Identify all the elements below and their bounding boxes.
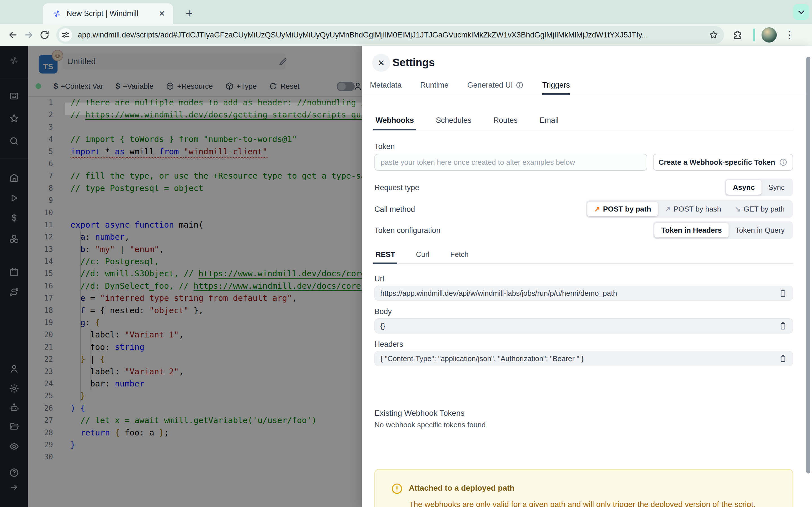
home-icon[interactable]	[9, 172, 19, 183]
assistant-person-icon[interactable]	[353, 81, 362, 91]
app-area: TS ☺ Untitled $ +Context Var $ +Variable	[0, 46, 812, 507]
expand-arrow-icon[interactable]	[9, 482, 19, 493]
browser-tab-strip: New Script | Windmill ✕ +	[0, 0, 812, 24]
option-sync[interactable]: Sync	[762, 180, 792, 194]
url-text[interactable]: app.windmill.dev/scripts/add#JTdCJTIyaGF…	[78, 31, 705, 40]
editor-header: TS ☺ Untitled	[28, 46, 362, 76]
tab-runtime[interactable]: Runtime	[420, 76, 449, 94]
user-icon[interactable]	[9, 363, 19, 374]
script-title-input[interactable]: Untitled	[63, 53, 285, 69]
code-lines: 1// there are multiple modes to add as h…	[28, 97, 362, 463]
token-placeholder: paste your token here once created to al…	[380, 158, 575, 167]
indent-guide	[91, 329, 91, 390]
add-resource-button[interactable]: +Resource	[166, 82, 213, 91]
settings-gear-icon[interactable]	[9, 383, 19, 394]
reset-button[interactable]: Reset	[269, 82, 299, 91]
create-webhook-token-button[interactable]: Create a Webhook-specific Token	[653, 154, 793, 171]
tab-close-icon[interactable]: ✕	[157, 9, 167, 18]
url-bar[interactable]: app.windmill.dev/scripts/add#JTdCJTIyaGF…	[56, 26, 724, 44]
indent-guide	[80, 231, 81, 402]
copy-clipboard-icon[interactable]	[779, 354, 787, 363]
chevron-down-icon	[797, 7, 806, 17]
settings-drawer: ✕ Settings Metadata Runtime Generated UI…	[362, 46, 812, 507]
tab-triggers[interactable]: Triggers	[542, 76, 570, 94]
snippet-tabs: REST Curl Fetch	[374, 247, 793, 264]
routes-flow-icon[interactable]	[9, 287, 19, 297]
browser-tab[interactable]: New Script | Windmill ✕	[43, 3, 173, 24]
request-type-toggle: Async Sync	[725, 179, 793, 196]
add-type-button[interactable]: +Type	[225, 82, 257, 91]
help-question-icon[interactable]	[9, 467, 19, 478]
option-async[interactable]: Async	[726, 180, 762, 194]
option-token-in-query[interactable]: Token in Query	[728, 223, 792, 237]
tab-email[interactable]: Email	[539, 116, 560, 130]
app-switcher-icon[interactable]	[9, 91, 19, 101]
tab-webhooks[interactable]: Webhooks	[374, 116, 415, 130]
sidebar-divider	[0, 159, 28, 159]
favorites-star-icon[interactable]	[9, 113, 19, 124]
copy-clipboard-icon[interactable]	[779, 322, 787, 330]
warning-title: Attached to a deployed path	[409, 484, 515, 493]
tab-schedules[interactable]: Schedules	[435, 116, 472, 130]
reload-icon[interactable]	[37, 27, 52, 43]
profile-avatar[interactable]	[762, 27, 777, 43]
copy-clipboard-icon[interactable]	[779, 289, 787, 297]
reset-icon	[269, 82, 277, 91]
token-config-toggle: Token in Headers Token in Query	[653, 221, 793, 239]
dollar-icon: $	[54, 82, 58, 91]
workers-robot-icon[interactable]	[9, 402, 19, 413]
status-dot	[36, 83, 41, 89]
option-post-by-hash[interactable]: ↗ POST by hash	[658, 202, 728, 216]
code-editor-pane: TS ☺ Untitled $ +Context Var $ +Variable	[28, 46, 362, 507]
extensions-puzzle-icon[interactable]	[732, 30, 743, 40]
close-icon[interactable]: ✕	[372, 54, 390, 72]
resources-boxes-icon[interactable]	[9, 233, 19, 244]
headers-field[interactable]: { "Content-Type": "application/json", "A…	[374, 351, 793, 366]
tab-generated-ui[interactable]: Generated UI	[467, 76, 523, 94]
option-token-in-headers[interactable]: Token in Headers	[654, 223, 728, 237]
audit-eye-icon[interactable]	[9, 441, 19, 452]
arrow-down-right-icon: ↘	[735, 205, 741, 214]
browser-menu-icon[interactable]: ⋮	[784, 29, 795, 41]
runs-play-icon[interactable]	[9, 193, 19, 203]
token-input[interactable]: paste your token here once created to al…	[374, 154, 647, 171]
dollar-icon: $	[116, 82, 120, 91]
diff-toggle[interactable]	[337, 82, 355, 91]
deployed-path-warning: Attached to a deployed path The webhooks…	[374, 469, 793, 507]
url-field[interactable]: https://app.windmill.dev/api/w/windmill-…	[374, 286, 793, 301]
edit-pencil-icon[interactable]	[278, 57, 288, 67]
code-editor[interactable]: 1// there are multiple modes to add as h…	[28, 97, 362, 507]
schedules-calendar-icon[interactable]	[9, 267, 19, 277]
option-post-by-path[interactable]: ↗ POST by path	[587, 202, 658, 216]
search-icon[interactable]	[9, 136, 19, 147]
tab-title: New Script | Windmill	[66, 9, 157, 18]
folders-icon[interactable]	[9, 421, 19, 432]
url-label: Url	[374, 275, 384, 283]
arrow-up-right-icon: ↗	[594, 205, 600, 214]
variables-dollar-icon[interactable]	[9, 213, 19, 223]
tab-curl[interactable]: Curl	[415, 250, 430, 263]
call-method-toggle: ↗ POST by path ↗ POST by hash ↘ GET by p…	[586, 200, 793, 218]
tab-rest[interactable]: REST	[374, 250, 396, 263]
info-icon	[779, 158, 788, 166]
tab-metadata[interactable]: Metadata	[370, 76, 402, 94]
editor-toolbar: $ +Context Var $ +Variable +Resource	[28, 76, 362, 97]
existing-tokens-empty: No webhook specific tokens found	[374, 420, 486, 429]
back-icon[interactable]	[5, 27, 21, 43]
sidebar	[0, 46, 28, 507]
scrollbar-thumb[interactable]	[806, 57, 810, 473]
browser-toolbar: app.windmill.dev/scripts/add#JTdCJTIyaGF…	[0, 24, 812, 46]
add-context-var-button[interactable]: $ +Context Var	[54, 82, 103, 91]
add-variable-button[interactable]: $ +Variable	[116, 82, 153, 91]
bookmark-star-icon[interactable]	[709, 30, 718, 40]
call-method-label: Call method	[374, 205, 415, 214]
body-field[interactable]: {}	[374, 318, 793, 334]
forward-icon[interactable]	[21, 27, 37, 43]
new-tab-button[interactable]: +	[182, 6, 197, 21]
tab-routes[interactable]: Routes	[492, 116, 519, 130]
site-settings-icon[interactable]	[59, 28, 72, 42]
tab-fetch[interactable]: Fetch	[449, 250, 470, 263]
option-get-by-path[interactable]: ↘ GET by path	[728, 202, 792, 216]
windmill-logo-icon[interactable]	[9, 55, 19, 66]
tab-list-chevron-button[interactable]	[793, 4, 809, 20]
